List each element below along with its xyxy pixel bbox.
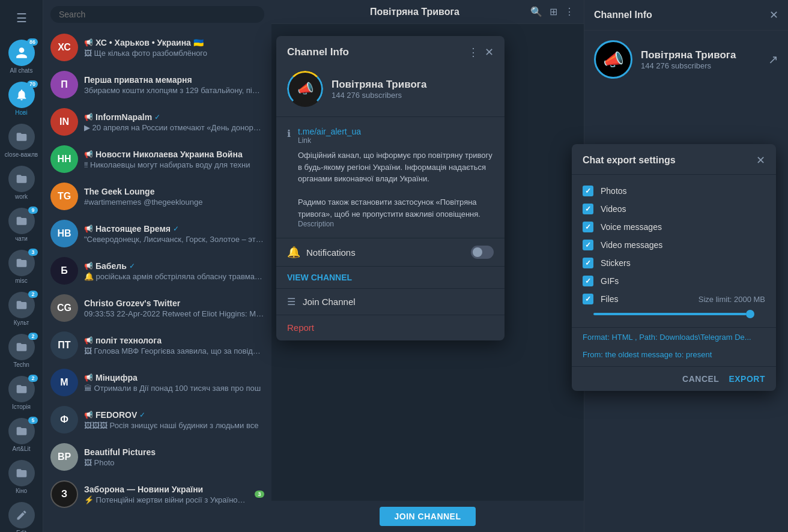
chat-name-row-2: Перша приватна мемарня [84,75,264,85]
sidebar-item-misc[interactable]: 3 misc [0,246,43,288]
path-value[interactable]: Downloads\Telegram De... [659,333,751,342]
chat-item-11[interactable]: Ф 📢 FEDOROV ✓ 🖼🖼🖼 Росія знищує наші буди… [43,401,271,438]
chat-avatar-8: CG [50,294,78,322]
menu-icon[interactable]: ☰ [10,5,33,31]
channel-link[interactable]: t.me/air_alert_ua [298,127,494,136]
sidebar-item-kino[interactable]: Кіно [0,456,43,498]
chat-avatar-6: НВ [50,220,78,247]
chat-preview-11: 🖼🖼🖼 Росія знищує наші будинки з людьми в… [84,421,264,430]
label-voice: Voice messages [601,222,662,232]
chat-item-8[interactable]: CG Christo Grozev's Twitter 09:33:53 22-… [43,289,271,327]
export-button[interactable]: EXPORT [729,374,765,384]
bell-icon: 🔔 [287,246,300,259]
link-label: Link [298,136,494,145]
from-label: From: [583,350,603,359]
chat-item-7[interactable]: Б 📢 Бабель ✓ 🔔 російська армія обстрілял… [43,252,271,289]
to-value[interactable]: present [686,350,712,359]
chat-info-7: 📢 Бабель ✓ 🔔 російська армія обстріляла … [84,261,264,281]
checkbox-files[interactable] [583,294,593,304]
checkbox-video-messages[interactable] [583,240,593,250]
join-channel-row[interactable]: ☰ Join Channel [276,288,505,315]
chat-item-5[interactable]: TG The Geek Lounge #wartimememes @thegee… [43,178,271,215]
panel-channel-avatar: 📣 [594,40,632,79]
modal-close-button[interactable]: ✕ [485,46,494,59]
format-value[interactable]: HTML [611,333,632,342]
size-limit-label: Size limit: 2000 MB [699,295,765,304]
checkbox-voice[interactable] [583,222,593,232]
chat-item-3[interactable]: IN 📢 InformNapalm ✓ ▶ 20 апреля на Росси… [43,103,271,141]
export-option-gifs: GIFs [583,272,765,290]
search-icon[interactable]: 🔍 [530,6,542,17]
chat-header: Повітряна Тривога 🔍 ⊞ ⋮ [271,0,584,24]
export-close-icon[interactable]: ✕ [756,154,765,167]
chat-avatar-2: П [50,71,78,98]
sidebar-item-chaty[interactable]: 9 чати [0,204,43,246]
sidebar-folder-close [8,124,35,150]
sidebar-item-istoriya[interactable]: 2 Iсторія [0,372,43,414]
chat-name-row-1: 📢 ХС • Харьков • Украина 🇺🇦 [84,38,264,47]
channel-profile: 📣 Повітряна Тривога 144 276 subscribers [276,66,505,116]
sidebar-label-istoriya: Iсторія [12,404,31,411]
export-option-stickers: Stickers [583,254,765,272]
link-content: t.me/air_alert_ua Link Офіційний канал, … [298,127,494,228]
slider-thumb[interactable] [746,310,754,318]
chat-header-title: Повітряна Тривога [299,7,530,17]
panel-title: Channel Info [594,10,652,20]
chat-item-9[interactable]: ПТ 📢 політ технолога 🖼 Голова МВФ Георгі… [43,327,271,364]
istoriya-badge: 2 [28,375,38,382]
chat-name-row-12: Beautiful Pictures [84,447,264,457]
sidebar-item-work[interactable]: work [0,162,43,204]
chat-name-6: Настоящее Время [95,224,171,234]
chat-name-row-4: 📢 Новости Николаева Украина Война [84,150,264,159]
chat-item-12[interactable]: BP Beautiful Pictures 🖼 Photo [43,438,271,476]
search-input[interactable] [50,6,264,23]
misc-badge: 3 [28,249,38,256]
chat-item-4[interactable]: НН 📢 Новости Николаева Украина Война ‼ Н… [43,141,271,178]
from-value[interactable]: the oldest message [605,350,673,359]
chat-name-9: політ технолога [95,336,162,345]
channel-name-large: Повітряна Тривога [332,79,426,91]
panel-close-icon[interactable]: ✕ [769,8,778,22]
chat-name-12: Beautiful Pictures [84,447,156,457]
more-icon[interactable]: ⋮ [565,6,574,17]
chat-info-6: 📢 Настоящее Время ✓ "Северодонецк, Лисич… [84,224,264,244]
chat-info-10: 📢 Мінцифра 🏛 Отримали в Дії понад 100 ти… [84,373,264,393]
chat-info-12: Beautiful Pictures 🖼 Photo [84,447,264,467]
sidebar-item-kult[interactable]: 2 Культ [0,288,43,330]
chat-item-1[interactable]: ХС 📢 ХС • Харьков • Украина 🇺🇦 🖼 Ще кіль… [43,29,271,66]
size-slider[interactable] [583,308,765,320]
checkbox-gifs[interactable] [583,276,593,286]
chat-item-2[interactable]: П Перша приватна мемарня Збираємо кошти … [43,66,271,103]
export-modal-title: Chat export settings [583,155,676,166]
sidebar-item-edit[interactable]: Edit [0,498,43,532]
chat-preview-7: 🔔 російська армія обстріляла обласну тра… [84,272,264,281]
sidebar-item-techn[interactable]: 2 Techn [0,330,43,372]
join-channel-button[interactable]: JOIN CHANNEL [380,507,475,526]
sidebar-item-new[interactable]: 70 Нові [0,78,43,120]
column-icon[interactable]: ⊞ [550,6,557,17]
verified-icon-11: ✓ [139,411,145,419]
chat-item-10[interactable]: М 📢 Мінцифра 🏛 Отримали в Дії понад 100 … [43,364,271,401]
header-actions: 🔍 ⊞ ⋮ [530,6,574,17]
chat-avatar-5: TG [50,183,78,210]
channel-icon-10: 📢 [84,373,93,382]
checkbox-stickers[interactable] [583,258,593,268]
channel-icon-9: 📢 [84,336,93,345]
checkbox-videos[interactable] [583,204,593,214]
sidebar-item-all-chats[interactable]: 86 All chats [0,36,43,78]
checkbox-photos[interactable] [583,186,593,196]
notifications-toggle[interactable] [471,246,494,259]
chat-preview-2: Збираємо кошти хлопцям з 129 батальйону,… [84,86,264,95]
sidebar-item-close-vazhlyv[interactable]: close-важлв [0,120,43,162]
view-channel-button[interactable]: VIEW CHANNEL [276,266,505,288]
report-row[interactable]: Report [276,315,505,340]
modal-more-button[interactable]: ⋮ [468,46,479,59]
sidebar-item-art-lit[interactable]: 5 Art&Lit [0,414,43,456]
export-option-videos: Videos [583,200,765,218]
cancel-button[interactable]: CANCEL [682,374,719,384]
chat-name-row-9: 📢 політ технолога [84,336,264,345]
chat-item-13[interactable]: З Заборона — Новини України ⚡ Потенційні… [43,476,271,513]
chat-item-6[interactable]: НВ 📢 Настоящее Время ✓ "Северодонецк, Ли… [43,215,271,252]
share-icon[interactable]: ↗ [768,52,778,67]
chat-name-row-3: 📢 InformNapalm ✓ [84,112,264,122]
